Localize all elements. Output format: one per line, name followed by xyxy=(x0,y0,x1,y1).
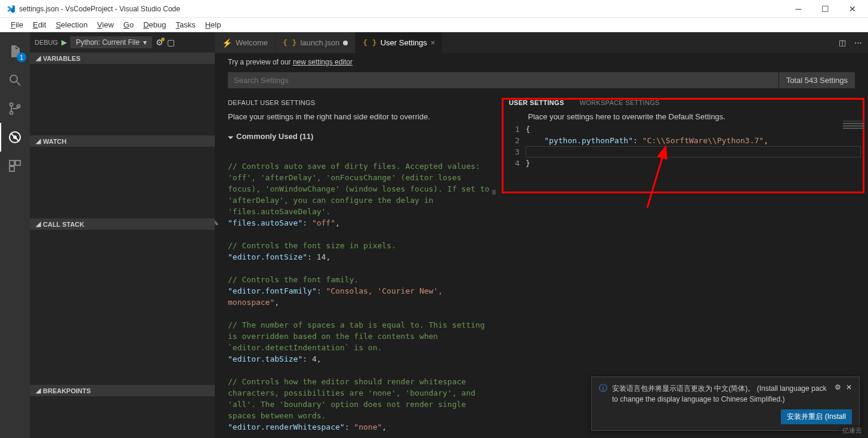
menu-tasks[interactable]: Tasks xyxy=(171,19,200,30)
default-settings-pane[interactable]: DEFAULT USER SETTINGS Place your setting… xyxy=(215,94,498,438)
notification-close-icon[interactable]: ✕ xyxy=(846,383,852,391)
menu-debug[interactable]: Debug xyxy=(138,19,171,30)
svg-line-1 xyxy=(17,82,20,85)
code-line-2: 2 "python.pythonPath": "C:\\SorftWare\\P… xyxy=(505,135,861,146)
json-icon: { } xyxy=(283,38,296,47)
preview-message: Try a preview of our new settings editor xyxy=(215,53,868,66)
debug-label: DEBUG xyxy=(35,39,58,46)
explorer-badge: 1 xyxy=(17,53,26,62)
debug-settings-icon[interactable]: ⚙ xyxy=(156,38,163,47)
notification-message: 安装语言包并将显示语言更改为 中文(简体)。 (Install language… xyxy=(612,383,830,405)
window-titlebar: settings.json - VsCodeProject - Visual S… xyxy=(0,0,868,18)
tab-welcome[interactable]: ⚡Welcome xyxy=(215,32,276,53)
scrollbar-thumb[interactable] xyxy=(492,190,496,195)
explorer-icon[interactable]: 1 xyxy=(0,37,30,66)
search-settings-input[interactable] xyxy=(228,72,779,88)
new-settings-editor-link[interactable]: new settings editor xyxy=(293,58,353,66)
variables-section xyxy=(30,64,215,135)
tab-user-settings-scope[interactable]: USER SETTINGS xyxy=(509,99,564,106)
menu-edit[interactable]: Edit xyxy=(28,19,51,30)
notification-toast: ⓘ 安装语言包并将显示语言更改为 中文(简体)。 (Install langua… xyxy=(591,377,860,431)
vscode-logo-icon xyxy=(6,4,16,14)
minimize-button[interactable]: ─ xyxy=(785,0,812,17)
split-editor-icon[interactable]: ◫ xyxy=(839,38,846,47)
window-title: settings.json - VsCodeProject - Visual S… xyxy=(19,5,785,13)
variables-section-header[interactable]: ◢VARIABLES xyxy=(30,53,215,64)
close-window-button[interactable]: ✕ xyxy=(839,0,866,17)
activity-bar: 1 xyxy=(0,32,30,438)
dirty-indicator-icon xyxy=(343,41,348,45)
vscode-icon: ⚡ xyxy=(222,38,232,48)
total-settings-label: Total 543 Settings xyxy=(779,72,855,88)
svg-point-3 xyxy=(10,112,13,115)
more-actions-icon[interactable]: ⋯ xyxy=(854,38,862,47)
code-line-1: 1{ xyxy=(505,124,861,135)
code-line-4: 4} xyxy=(505,158,861,169)
breakpoints-section-header[interactable]: ◢BREAKPOINTS xyxy=(30,385,215,396)
start-debug-button[interactable]: ▶ xyxy=(61,38,67,47)
default-settings-desc: Place your settings in the right hand si… xyxy=(228,110,491,129)
code-line-3: 3 xyxy=(505,146,861,158)
close-tab-icon[interactable]: × xyxy=(431,38,435,47)
debug-console-icon[interactable]: ▢ xyxy=(167,38,175,47)
json-icon: { } xyxy=(363,38,376,47)
debug-config-dropdown[interactable]: Python: Current File▾ xyxy=(70,36,152,48)
maximize-button[interactable]: ☐ xyxy=(812,0,839,17)
notification-settings-icon[interactable]: ⚙ xyxy=(835,383,841,391)
menu-selection[interactable]: Selection xyxy=(51,19,92,30)
edit-pencil-icon[interactable]: ✎ xyxy=(215,217,218,229)
default-settings-header: DEFAULT USER SETTINGS xyxy=(228,94,491,110)
menu-help[interactable]: Help xyxy=(200,19,226,30)
minimap[interactable] xyxy=(841,119,867,185)
source-control-icon[interactable] xyxy=(0,94,30,123)
svg-point-7 xyxy=(13,135,17,139)
debug-sidebar: DEBUG ▶ Python: Current File▾ ⚙ ▢ ◢VARIA… xyxy=(30,32,215,438)
watch-section xyxy=(30,147,215,218)
menu-file[interactable]: File xyxy=(6,19,28,30)
editor-tabs: ⚡Welcome { }launch.json { }User Settings… xyxy=(215,32,868,53)
user-settings-hint: Place your settings here to overwrite th… xyxy=(505,111,861,124)
install-restart-button[interactable]: 安装并重启 (Install xyxy=(781,409,852,424)
watermark: 亿速云 xyxy=(839,425,866,436)
svg-rect-10 xyxy=(10,166,14,171)
search-icon[interactable] xyxy=(0,66,30,94)
tab-launch-json[interactable]: { }launch.json xyxy=(276,32,356,53)
menu-go[interactable]: Go xyxy=(119,19,138,30)
callstack-section-header[interactable]: ◢CALL STACK xyxy=(30,218,215,230)
extensions-icon[interactable] xyxy=(0,152,30,180)
svg-point-0 xyxy=(10,75,17,82)
info-icon: ⓘ xyxy=(599,383,607,394)
menu-bar: File Edit Selection View Go Debug Tasks … xyxy=(0,18,868,32)
tab-workspace-settings-scope[interactable]: WORKSPACE SETTINGS xyxy=(580,99,660,106)
debug-icon[interactable] xyxy=(0,123,30,152)
default-settings-code: // Controls auto save of dirty files. Ac… xyxy=(228,149,491,438)
commonly-used-header[interactable]: Commonly Used (11) xyxy=(228,129,491,149)
editor-area: ⚡Welcome { }launch.json { }User Settings… xyxy=(215,32,868,438)
watch-section-header[interactable]: ◢WATCH xyxy=(30,135,215,147)
svg-rect-9 xyxy=(16,161,20,165)
callstack-section xyxy=(30,230,215,385)
svg-rect-8 xyxy=(10,161,14,165)
chevron-down-icon: ▾ xyxy=(143,38,147,47)
svg-point-2 xyxy=(10,103,13,106)
menu-view[interactable]: View xyxy=(92,19,119,30)
tab-user-settings[interactable]: { }User Settings× xyxy=(356,32,443,53)
